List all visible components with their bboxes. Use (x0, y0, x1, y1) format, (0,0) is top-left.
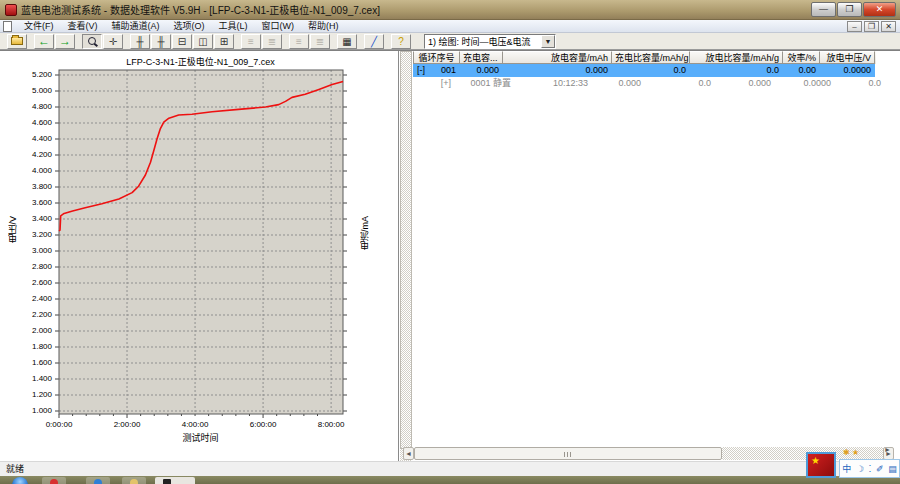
y-tick-label: 3.200 (2, 230, 52, 239)
ime-icon-4[interactable]: ▤ (888, 464, 897, 474)
flag-star-icon: ★ (811, 455, 820, 466)
taskbar-app-2[interactable] (86, 477, 110, 484)
ime-icon-3[interactable]: ✐ (876, 464, 884, 474)
ime-mini-icons[interactable]: ✱ ★ (843, 448, 859, 457)
cell: 0001 静置 (453, 77, 515, 90)
menu-item-window[interactable]: 窗口(W) (255, 20, 302, 33)
cursor-right-icon[interactable]: ╫ (151, 34, 171, 49)
mdi-close-button[interactable]: ✕ (881, 21, 896, 32)
scrollbar-thumb[interactable] (414, 447, 722, 460)
y-tick-label: 4.200 (2, 150, 52, 159)
y-tick-label: 1.000 (2, 406, 52, 415)
column-header-cycle-index[interactable]: 循环序号 (413, 51, 460, 64)
restore-button[interactable]: ❐ (837, 2, 862, 17)
app-icon (5, 4, 17, 16)
y-tick-label: 5.200 (2, 70, 52, 79)
ime-icon-1[interactable]: ☽ (856, 464, 864, 474)
voltage-time-plot (2, 51, 399, 462)
y-tick-label: 1.400 (2, 374, 52, 383)
chevron-down-icon[interactable]: ▼ (541, 35, 555, 48)
menu-item-help[interactable]: 帮助(H) (301, 20, 346, 33)
cursor-left-icon[interactable]: ╫ (130, 34, 150, 49)
vertical-scrollbar-track[interactable] (400, 51, 412, 449)
plot-type-combobox[interactable]: 1) 绘图: 时间—电压&电流 ▼ (424, 34, 556, 49)
mdi-minimize-button[interactable]: – (847, 21, 862, 32)
client-area: LFP-C-3-N1-正极电位-N1_009_7.cex 电压/V 电流/mA … (0, 50, 900, 461)
data-grid-icon[interactable]: ▦ (337, 34, 357, 49)
column-header-charge-capacity[interactable]: 充电容... (460, 51, 503, 64)
x-tick-label: 4:00:00 (170, 420, 220, 429)
column-header-discharge-capacity[interactable]: 放电容量/mAh (503, 51, 612, 64)
y-tick-label: 2.000 (2, 326, 52, 335)
y-tick-label: 3.400 (2, 214, 52, 223)
cell: 0.000 (715, 77, 775, 90)
taskbar-app-active[interactable] (155, 477, 195, 484)
chart-pane: LFP-C-3-N1-正极电位-N1_009_7.cex 电压/V 电流/mA … (2, 51, 399, 462)
pan-hand-icon[interactable]: ✛ (103, 34, 123, 49)
line-chart-icon[interactable]: ╱ (364, 34, 384, 49)
y-tick-label: 3.000 (2, 246, 52, 255)
menu-bar: 文件(F)查看(V)辅助通道(A)选项(O)工具(L)窗口(W)帮助(H) – … (0, 20, 900, 33)
title-bar[interactable]: 蓝电电池测试系统 - 数据处理软件 V5.9H - [LFP-C-3-N1-正极… (0, 0, 900, 20)
ime-toolbar: 中☽⁚✐▤ (839, 459, 900, 478)
expand-marker[interactable]: [+] (413, 77, 453, 90)
y-tick-label: 4.000 (2, 166, 52, 175)
window-title: 蓝电电池测试系统 - 数据处理软件 V5.9H - [LFP-C-3-N1-正极… (21, 2, 380, 17)
menu-item-tools[interactable]: 工具(L) (212, 20, 255, 33)
split-horizontal-icon[interactable]: ⊟ (172, 34, 192, 49)
toolbar: ←→✛╫╫⊟◫⊞≡≣≡≣▦╱? 1) 绘图: 时间—电压&电流 ▼ (0, 33, 900, 50)
cell: 0.0 (690, 64, 783, 77)
y-tick-label: 2.400 (2, 294, 52, 303)
list-copy-icon: ≡ (241, 34, 261, 49)
status-text: 就绪 (6, 464, 24, 474)
open-file-icon[interactable] (7, 34, 27, 49)
list-export-icon: ≣ (262, 34, 282, 49)
minimize-button[interactable]: — (811, 2, 836, 17)
taskbar-app-3[interactable] (122, 477, 146, 484)
split-vertical-icon[interactable]: ◫ (193, 34, 213, 49)
mdi-document-icon[interactable] (3, 21, 12, 32)
column-header-discharge-mid-voltage[interactable]: 放电中压/V (820, 51, 875, 64)
cell: 10:12:33 (515, 77, 592, 90)
mdi-restore-button[interactable]: ❐ (864, 21, 879, 32)
taskbar (0, 476, 900, 484)
cell: 0.0 (645, 77, 715, 90)
forward-icon[interactable]: → (55, 34, 75, 49)
column-header-charge-specific-capacity[interactable]: 充电比容量/mAh/g (612, 51, 690, 64)
menu-item-aux-channel[interactable]: 辅助通道(A) (105, 20, 167, 33)
back-icon[interactable]: ← (34, 34, 54, 49)
table-header: 循环序号充电容...放电容量/mAh充电比容量/mAh/g放电比容量/mAh/g… (413, 51, 876, 64)
taskbar-app-1[interactable] (42, 477, 66, 484)
cell: 0.0000 (820, 64, 875, 77)
column-header-discharge-specific-capacity[interactable]: 放电比容量/mAh/g (690, 51, 783, 64)
cycle-table-pane: 循环序号充电容...放电容量/mAh充电比容量/mAh/g放电比容量/mAh/g… (413, 51, 900, 447)
collapse-marker[interactable]: [-] (413, 64, 441, 77)
zoom-select-icon[interactable] (82, 34, 102, 49)
y-tick-label: 5.000 (2, 86, 52, 95)
help-icon[interactable]: ? (391, 34, 411, 49)
column-header-efficiency[interactable]: 效率/% (783, 51, 820, 64)
y-tick-label: 3.800 (2, 182, 52, 191)
close-button[interactable]: ✕ (863, 2, 896, 17)
cell: 0.000 (460, 64, 503, 77)
cell: 0.000 (503, 64, 612, 77)
scroll-right-small-icon[interactable]: ► (884, 446, 891, 453)
table-row-step[interactable]: [+]0001 静置10:12:330.0000.00.0000.00000.0 (413, 77, 885, 90)
y-tick-label: 2.800 (2, 262, 52, 271)
y-tick-label: 2.200 (2, 310, 52, 319)
table-row-cycle[interactable]: [-]0010.0000.0000.00.00.000.0000 (413, 64, 875, 77)
x-tick-label: 2:00:00 (102, 420, 152, 429)
menu-item-options[interactable]: 选项(O) (167, 20, 212, 33)
ime-language-flag[interactable]: ★ (806, 452, 836, 478)
y-tick-label: 2.600 (2, 278, 52, 287)
scroll-left-icon[interactable]: ◄ (403, 447, 414, 460)
start-button[interactable] (12, 477, 28, 484)
menu-item-file[interactable]: 文件(F) (17, 20, 61, 33)
menu-item-view[interactable]: 查看(V) (61, 20, 105, 33)
ime-icon-0[interactable]: 中 (842, 462, 851, 475)
plot-type-value: 1) 绘图: 时间—电压&电流 (425, 35, 541, 48)
cell: 0.00 (783, 64, 820, 77)
ime-icon-2[interactable]: ⁚ (869, 464, 872, 474)
split-quad-icon[interactable]: ⊞ (214, 34, 234, 49)
cell: 0.0 (612, 64, 690, 77)
